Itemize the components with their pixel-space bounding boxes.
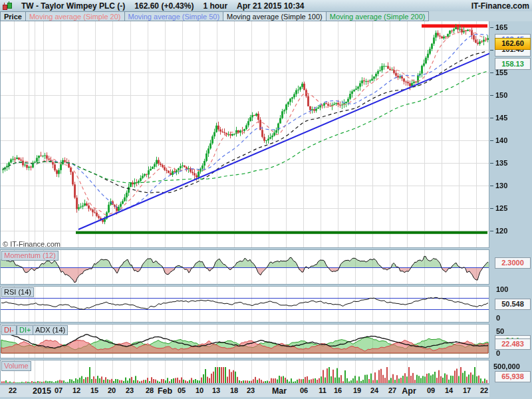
tab-moving-average-200[interactable]: Moving average (Simple 200) xyxy=(327,11,430,21)
tab-moving-average-20[interactable]: Moving average (Simple 20) xyxy=(26,11,125,21)
last-price-badge: 162.60 xyxy=(495,38,531,50)
time-axis-label: 12 xyxy=(72,386,80,394)
rsi-bottom-tick: 0 xyxy=(496,314,500,322)
di-minus-value-badge: 22.483 xyxy=(495,338,531,350)
adx-bottom-tick: 0 xyxy=(496,349,500,357)
indicator-tab-row: Price Moving average (Simple 20) Moving … xyxy=(0,11,532,21)
time-axis-label: 22 xyxy=(9,386,17,394)
rsi-top-tick: 100 xyxy=(496,285,508,293)
time-axis-label: 19 xyxy=(353,386,361,394)
time-axis-label: 11 xyxy=(319,386,327,394)
time-axis-label: 06 xyxy=(300,386,308,394)
time-axis-label: 27 xyxy=(388,386,396,394)
di-minus-label[interactable]: DI- xyxy=(1,325,17,335)
time-axis-label: 24 xyxy=(370,386,378,394)
time-axis-label: 15 xyxy=(90,386,98,394)
timeframe: 1 hour xyxy=(203,1,227,11)
time-axis-label: 23 xyxy=(247,386,255,394)
time-axis: 222015071215202328Feb0510131823Mar061116… xyxy=(0,384,489,397)
price-tick-label: 145 xyxy=(495,114,507,122)
tab-price[interactable]: Price xyxy=(0,11,26,21)
tab-moving-average-100[interactable]: Moving average (Simple 100) xyxy=(223,11,327,21)
adx-panel-label[interactable]: ADX (14) xyxy=(33,325,68,335)
time-axis-label: 22 xyxy=(480,386,488,394)
time-axis-label: 07 xyxy=(55,386,63,394)
time-axis-label: 17 xyxy=(463,386,471,394)
volume-panel-label[interactable]: Volume xyxy=(1,361,31,371)
price-tick-label: 130 xyxy=(495,182,507,190)
time-axis-label: 18 xyxy=(230,386,238,394)
momentum-value-badge: 2.3000 xyxy=(495,257,531,269)
chart-window: TW - Taylor Wimpey PLC (-) 162.60 (+0.43… xyxy=(0,0,532,399)
di-plus-label[interactable]: DI+ xyxy=(17,325,33,335)
time-axis-label: 13 xyxy=(212,386,220,394)
time-axis-label: Apr xyxy=(402,386,416,396)
last-quote: 162.60 (+0.43%) xyxy=(134,1,194,11)
watermark: © IT-Finance.com xyxy=(3,240,61,248)
time-axis-label: 28 xyxy=(146,386,154,394)
title-bar: TW - Taylor Wimpey PLC (-) 162.60 (+0.43… xyxy=(0,0,532,12)
price-tick-label: 125 xyxy=(495,204,507,212)
datetime: Apr 21 2015 10:34 xyxy=(237,1,304,11)
rsi-value-badge: 50.548 xyxy=(495,299,531,310)
rsi-panel-label[interactable]: RSI (14) xyxy=(1,287,34,297)
tab-moving-average-50[interactable]: Moving average (Simple 50) xyxy=(125,11,224,21)
time-axis-label: 14 xyxy=(445,386,453,394)
symbol-title: TW - Taylor Wimpey PLC (-) xyxy=(21,1,125,11)
time-axis-label: 20 xyxy=(108,386,116,394)
time-axis-label: 23 xyxy=(126,386,134,394)
price-tick-label: 120 xyxy=(495,227,507,235)
price-tick-label: 165 xyxy=(495,23,507,31)
momentum-panel-label[interactable]: Momentum (12) xyxy=(1,251,59,261)
time-axis-label: 09 xyxy=(427,386,435,394)
time-axis-label: Mar xyxy=(272,386,287,396)
time-axis-label: 2015 xyxy=(33,386,51,396)
time-axis-label: 16 xyxy=(334,386,342,394)
candlestick-logo-icon xyxy=(2,1,12,10)
price-tick-label: 135 xyxy=(495,159,507,167)
brand-link[interactable]: IT-Finance.com xyxy=(471,1,529,11)
price-tick-label: 140 xyxy=(495,136,507,144)
adx-top-tick: 50 xyxy=(496,327,504,335)
time-axis-label: Feb xyxy=(158,386,172,396)
volume-value-badge: 65,938 xyxy=(495,371,531,382)
ma200-value-badge: 158.13 xyxy=(495,58,531,70)
chart-canvas[interactable] xyxy=(0,0,532,399)
time-axis-label: 05 xyxy=(178,386,186,394)
time-axis-label: 10 xyxy=(196,386,203,394)
volume-scale-tick: 500,000 xyxy=(493,362,520,370)
price-tick-label: 150 xyxy=(495,91,507,99)
